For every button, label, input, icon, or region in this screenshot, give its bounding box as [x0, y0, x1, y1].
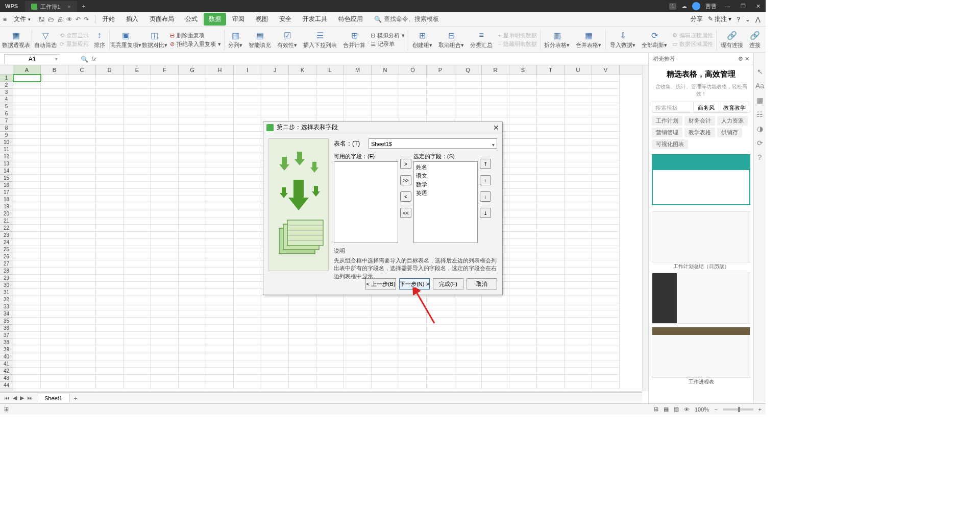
- sort-button[interactable]: ↕排序: [91, 28, 108, 52]
- create-group-button[interactable]: ⊞创建组▾: [409, 28, 435, 52]
- col-header[interactable]: H: [206, 65, 234, 74]
- move-all-left-button[interactable]: <<: [400, 208, 411, 218]
- add-tab-button[interactable]: +: [77, 3, 90, 9]
- row-header[interactable]: 41: [0, 360, 13, 368]
- sheet-nav-last[interactable]: ⏭: [27, 395, 33, 401]
- pivot-table-button[interactable]: ▦数据透视表: [2, 28, 31, 52]
- consolidate-button[interactable]: ⊞合并计算: [340, 28, 369, 52]
- row-header[interactable]: 15: [0, 175, 13, 182]
- tab-dev-tools[interactable]: 开发工具: [298, 13, 332, 26]
- col-header[interactable]: G: [179, 65, 206, 74]
- row-header[interactable]: 6: [0, 110, 13, 117]
- help-strip-icon[interactable]: ?: [756, 153, 764, 161]
- next-button[interactable]: 下一步(N) >: [399, 278, 430, 289]
- restore-icon[interactable]: ❐: [736, 1, 751, 12]
- row-header[interactable]: 10: [0, 139, 13, 146]
- row-header[interactable]: 11: [0, 146, 13, 153]
- reapply-button[interactable]: ⟳重新应用: [60, 40, 89, 48]
- filter-marketing[interactable]: 营销管理: [652, 128, 682, 137]
- sheet-tab-sheet1[interactable]: Sheet1: [37, 394, 70, 402]
- cloud-icon[interactable]: ☁: [681, 3, 687, 10]
- save-icon[interactable]: 🖫: [39, 16, 45, 23]
- more-icon[interactable]: ⋀: [755, 16, 761, 23]
- template-item[interactable]: [652, 273, 750, 324]
- redo-icon[interactable]: ↷: [84, 16, 89, 23]
- row-header[interactable]: 44: [0, 382, 13, 389]
- col-header[interactable]: I: [234, 65, 261, 74]
- data-compare-button[interactable]: ◫数据对比▾: [141, 28, 168, 52]
- row-header[interactable]: 21: [0, 218, 13, 225]
- move-right-button[interactable]: >: [400, 159, 411, 169]
- tab-data[interactable]: 数据: [204, 13, 226, 26]
- available-fields-listbox[interactable]: [334, 161, 398, 243]
- col-header[interactable]: U: [565, 65, 592, 74]
- col-header[interactable]: T: [537, 65, 565, 74]
- row-header[interactable]: 35: [0, 318, 13, 325]
- row-header[interactable]: 25: [0, 246, 13, 253]
- table-name-combo[interactable]: Sheet1$: [369, 138, 497, 149]
- dialog-close-icon[interactable]: ✕: [493, 124, 499, 132]
- row-header[interactable]: 33: [0, 303, 13, 310]
- undo-icon[interactable]: ↶: [76, 16, 81, 23]
- row-header[interactable]: 4: [0, 96, 13, 103]
- filter-hr[interactable]: 人力资源: [717, 116, 748, 126]
- row-header[interactable]: 1: [0, 75, 13, 82]
- zoom-value[interactable]: 100%: [695, 406, 709, 413]
- row-header[interactable]: 30: [0, 282, 13, 289]
- workbook-tab[interactable]: 工作簿1 ×: [25, 1, 77, 12]
- col-header[interactable]: N: [372, 65, 399, 74]
- row-header[interactable]: 43: [0, 375, 13, 382]
- highlight-dup-button[interactable]: ▣高亮重复项▾: [110, 28, 141, 52]
- validation-button[interactable]: ☑有效性▾: [274, 28, 300, 52]
- filter-work-plan[interactable]: 工作计划: [652, 116, 682, 126]
- move-all-right-button[interactable]: >>: [400, 175, 411, 185]
- filter-inventory[interactable]: 供销存: [717, 128, 742, 137]
- hamburger-icon[interactable]: ≡: [0, 16, 10, 23]
- row-header[interactable]: 23: [0, 232, 13, 239]
- search-cat-education[interactable]: 教育教学: [719, 102, 750, 112]
- auto-filter-button[interactable]: ▽自动筛选: [33, 28, 58, 52]
- reject-dup-button[interactable]: ⊘拒绝录入重复项▾: [170, 40, 221, 48]
- tab-view[interactable]: 视图: [251, 13, 273, 26]
- move-bottom-button[interactable]: ⤓: [480, 208, 491, 218]
- minimize-icon[interactable]: —: [720, 1, 736, 11]
- record-form-button[interactable]: ☰记录单: [371, 40, 405, 48]
- col-header[interactable]: D: [96, 65, 124, 74]
- tab-start[interactable]: 开始: [97, 13, 120, 26]
- subtotal-button[interactable]: ≡分类汇总: [467, 28, 496, 52]
- tab-page-layout[interactable]: 页面布局: [144, 13, 179, 26]
- row-header[interactable]: 7: [0, 117, 13, 125]
- list-item[interactable]: 姓名: [415, 163, 476, 172]
- col-header[interactable]: F: [151, 65, 179, 74]
- smart-fill-button[interactable]: ▤智能填充: [246, 28, 274, 52]
- row-header[interactable]: 2: [0, 82, 13, 89]
- template-item[interactable]: 工作计划总结（日历版）: [652, 211, 750, 262]
- row-header[interactable]: 29: [0, 275, 13, 282]
- print-icon[interactable]: 🖨: [57, 16, 63, 23]
- close-tab-icon[interactable]: ×: [67, 4, 70, 10]
- filter-chart[interactable]: 可视化图表: [652, 139, 688, 149]
- row-header[interactable]: 26: [0, 253, 13, 260]
- help-icon[interactable]: ?: [737, 16, 740, 23]
- finish-button[interactable]: 完成(F): [433, 278, 463, 289]
- selected-fields-listbox[interactable]: 姓名 语文 数学 英语: [413, 161, 478, 243]
- row-header[interactable]: 20: [0, 210, 13, 218]
- existing-conn-button[interactable]: 🔗现有连接: [718, 28, 746, 52]
- col-header[interactable]: V: [592, 65, 620, 74]
- row-header[interactable]: 37: [0, 332, 13, 339]
- col-header[interactable]: K: [289, 65, 316, 74]
- list-item[interactable]: 数学: [415, 180, 476, 189]
- list-item[interactable]: 语文: [415, 172, 476, 180]
- tab-review[interactable]: 审阅: [227, 13, 250, 26]
- tab-insert[interactable]: 插入: [121, 13, 143, 26]
- col-header[interactable]: P: [427, 65, 454, 74]
- show-all-button[interactable]: ⟲全部显示: [60, 32, 89, 39]
- col-header[interactable]: Q: [454, 65, 482, 74]
- sheet-nav-prev[interactable]: ◀: [13, 395, 17, 401]
- print-preview-icon[interactable]: 👁: [66, 16, 72, 23]
- backup-icon[interactable]: ⟳: [756, 139, 764, 147]
- sheet-nav-first[interactable]: ⏮: [4, 395, 10, 401]
- sidebar-close-icon[interactable]: ✕: [745, 56, 749, 62]
- row-header[interactable]: 38: [0, 339, 13, 346]
- filter-finance[interactable]: 财务会计: [684, 116, 715, 126]
